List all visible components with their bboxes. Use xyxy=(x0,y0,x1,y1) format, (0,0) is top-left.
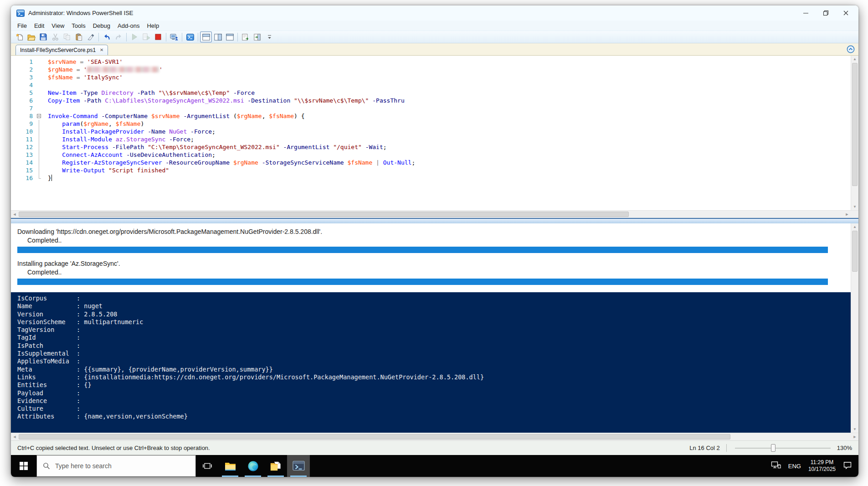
toolbar-overflow-button[interactable] xyxy=(263,31,275,42)
code-text: param($rgName, $fsName) xyxy=(43,120,144,128)
action-center-icon[interactable] xyxy=(843,461,852,471)
paste-icon xyxy=(76,33,82,41)
menu-debug[interactable]: Debug xyxy=(89,21,114,30)
undo-button[interactable] xyxy=(101,31,113,42)
code-text: Copy-Item -Path C:\Labfiles\StorageSyncA… xyxy=(43,97,405,104)
collapse-script-pane-toggle[interactable] xyxy=(847,45,855,53)
console-line: Links : {installationmedia:https://cdn.o… xyxy=(17,373,851,381)
editor-line: 12 Start-Process -FilePath "C:\Temp\Stor… xyxy=(11,143,851,151)
show-script-pane-toggle-button[interactable] xyxy=(240,31,252,42)
taskbar-task-view[interactable] xyxy=(196,455,219,477)
restore-button[interactable] xyxy=(816,7,836,20)
scroll-left-icon[interactable]: ◄ xyxy=(11,433,18,440)
menu-file[interactable]: File xyxy=(14,21,31,30)
language-indicator[interactable]: ENG xyxy=(788,463,801,470)
start-button[interactable] xyxy=(11,455,36,477)
redo-button[interactable] xyxy=(113,31,124,42)
scroll-right-icon[interactable]: ► xyxy=(851,433,858,440)
show-script-pane-top-button[interactable] xyxy=(200,31,212,42)
scroll-down-icon[interactable]: ▼ xyxy=(851,203,858,210)
taskbar-edge[interactable] xyxy=(241,455,264,477)
editor-vertical-scrollbar[interactable]: ▲ ▼ xyxy=(851,56,858,210)
pane-splitter[interactable] xyxy=(11,218,858,223)
new-script-button[interactable] xyxy=(14,31,26,42)
show-command-addon-button[interactable] xyxy=(252,31,263,42)
copy-button[interactable] xyxy=(61,31,73,42)
progress-bar xyxy=(17,247,828,253)
toolbar-separator xyxy=(237,33,238,41)
fold-margin xyxy=(36,120,43,128)
scroll-up-icon[interactable]: ▲ xyxy=(851,56,858,62)
taskbar-clock[interactable]: 11:29 PM 10/17/2025 xyxy=(808,459,836,473)
menu-view[interactable]: View xyxy=(48,21,68,30)
scroll-down-icon[interactable]: ▼ xyxy=(851,426,858,433)
console-vertical-scrollbar[interactable]: ▲ ▼ xyxy=(851,223,858,433)
redacted-value xyxy=(87,67,159,72)
progress-activity-text: Downloading 'https://cdn.oneget.org/prov… xyxy=(17,228,828,235)
run-selection-button[interactable] xyxy=(140,31,152,42)
pane-toggle-a-icon xyxy=(242,34,249,41)
taskbar-search-input[interactable]: Type here to search xyxy=(36,455,196,477)
zoom-slider-thumb[interactable] xyxy=(771,444,776,452)
windows-taskbar: Type here to search ENG 11:29 PM 10/17/2… xyxy=(11,455,858,477)
editor-line: 10 Install-PackageProvider -Name NuGet -… xyxy=(11,128,851,135)
stop-operation-button[interactable] xyxy=(152,31,164,42)
zoom-slider[interactable] xyxy=(735,444,831,452)
line-number: 14 xyxy=(11,159,36,166)
text-cursor xyxy=(51,175,52,181)
code-text: } xyxy=(43,174,52,182)
open-script-button[interactable] xyxy=(26,31,37,42)
status-message: Ctrl+C copied selected text. Unselect or… xyxy=(17,445,689,451)
line-number: 4 xyxy=(11,81,36,89)
editor-line: 3$fsName = 'ItalySync' xyxy=(11,73,851,81)
remote-tab-icon xyxy=(170,33,178,41)
new-remote-powershell-tab-button[interactable] xyxy=(168,31,180,42)
menu-addons[interactable]: Add-ons xyxy=(114,21,143,30)
console-line: Version : 2.8.5.208 xyxy=(17,310,851,318)
window-title: Administrator: Windows PowerShell ISE xyxy=(28,10,796,16)
cut-button[interactable] xyxy=(49,31,61,42)
status-bar: Ctrl+C copied selected text. Unselect or… xyxy=(11,440,858,455)
fold-margin xyxy=(36,58,43,66)
scroll-up-icon[interactable]: ▲ xyxy=(851,223,858,230)
line-number: 3 xyxy=(11,73,36,81)
close-button[interactable] xyxy=(836,7,856,20)
run-selection-icon xyxy=(143,33,150,41)
scroll-left-icon[interactable]: ◄ xyxy=(11,211,18,218)
show-script-pane-right-button[interactable] xyxy=(212,31,224,42)
start-powershell-exe-button[interactable] xyxy=(184,31,196,42)
network-icon[interactable] xyxy=(771,461,781,471)
console-line: TagVersion : xyxy=(17,326,851,334)
script-editor[interactable]: 1$srvName = 'SEA-SVR1'2$rgName = ''3$fsN… xyxy=(11,56,851,210)
code-text xyxy=(43,81,48,89)
taskbar-documents-folder[interactable] xyxy=(264,455,287,477)
minimize-button[interactable] xyxy=(796,7,816,20)
scroll-right-icon[interactable]: ► xyxy=(843,211,851,218)
editor-horizontal-scrollbar[interactable]: ◄ ► xyxy=(11,210,858,218)
console-horizontal-scrollbar[interactable]: ◄ ► xyxy=(11,433,858,440)
tab-close-icon[interactable]: ✕ xyxy=(100,48,103,52)
progress-bar xyxy=(17,279,828,285)
taskbar-file-explorer[interactable] xyxy=(219,455,241,477)
menu-help[interactable]: Help xyxy=(143,21,163,30)
script-tab[interactable]: Install-FIleSyncServerCore.ps1 ✕ xyxy=(15,45,108,55)
redo-icon xyxy=(115,33,123,41)
run-script-button[interactable] xyxy=(128,31,140,42)
show-script-pane-maximized-button[interactable] xyxy=(224,31,236,42)
console-line: Payload : xyxy=(17,389,851,397)
clear-console-pane-button[interactable] xyxy=(85,31,97,42)
toolbar-separator xyxy=(126,33,127,41)
editor-line: 6Copy-Item -Path C:\Labfiles\StorageSync… xyxy=(11,97,851,104)
menu-tools[interactable]: Tools xyxy=(68,21,89,30)
code-text: $srvName = 'SEA-SVR1' xyxy=(43,58,123,66)
powershell-console-icon xyxy=(186,34,194,41)
console-output[interactable]: IsCorpus :Name : nugetVersion : 2.8.5.20… xyxy=(11,292,851,433)
menu-edit[interactable]: Edit xyxy=(31,21,48,30)
taskbar-powershell-ise[interactable] xyxy=(287,455,310,477)
paste-button[interactable] xyxy=(73,31,85,42)
progress-status-text: Completed.. xyxy=(27,269,828,276)
save-button[interactable] xyxy=(37,31,49,42)
clock-time: 11:29 PM xyxy=(808,459,836,466)
fold-collapse-icon[interactable] xyxy=(36,112,43,120)
folder-documents-icon xyxy=(270,461,282,471)
